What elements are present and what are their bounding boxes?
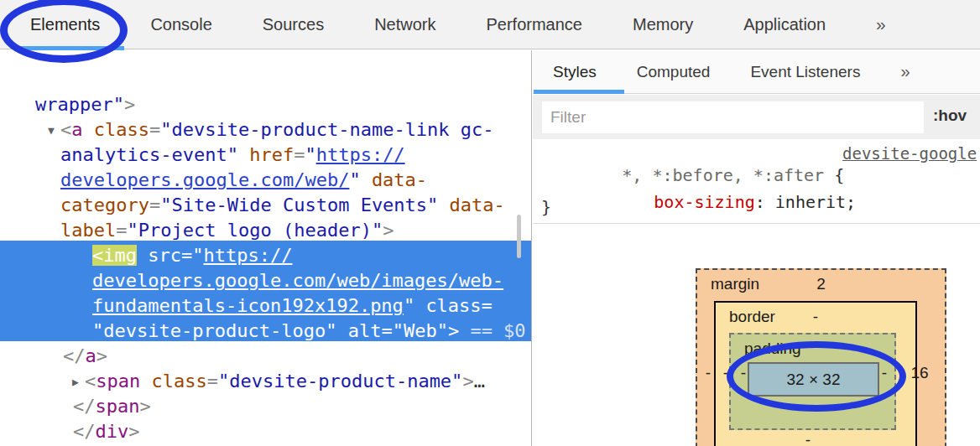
stylesheet-source-link[interactable]: devsite-google — [842, 144, 977, 163]
dom-tree-row[interactable]: </div> — [73, 419, 140, 444]
styles-tab-underline — [534, 90, 624, 94]
code-token: span — [96, 396, 140, 417]
dom-tree-row[interactable]: wrapper"> — [35, 92, 135, 117]
expand-arrow-icon[interactable]: ▼ — [48, 118, 60, 143]
code-token — [137, 245, 148, 266]
attribute-link[interactable]: https:// — [316, 144, 405, 165]
dom-tree-row[interactable]: ▼<a class="devsite-product-name-link gc- — [48, 117, 494, 143]
code-token — [336, 320, 347, 341]
code-token: > — [448, 320, 459, 341]
dom-tree-row[interactable]: "devsite-product-logo" alt="Web"> == $0 — [92, 319, 526, 344]
code-token: analytics-event" — [60, 144, 238, 165]
dom-tree-row[interactable]: <img src="https:// — [92, 243, 292, 268]
code-token: " — [192, 245, 203, 266]
code-token — [361, 169, 372, 190]
code-token: class — [94, 119, 149, 140]
tab-more[interactable]: » — [876, 14, 886, 34]
code-token — [83, 119, 94, 140]
code-token: category — [60, 194, 149, 215]
devtools-window: ElementsConsoleSourcesNetworkPerformance… — [0, 0, 980, 446]
code-token: = — [116, 220, 127, 241]
code-token: > — [383, 220, 394, 241]
attribute-link[interactable]: https:// — [203, 245, 292, 266]
margin-top-value[interactable]: 2 — [697, 275, 945, 293]
code-token: == $0 — [459, 320, 525, 341]
code-token: div — [96, 421, 129, 442]
code-token: data- — [372, 169, 427, 190]
code-token: = — [181, 245, 192, 266]
border-bottom-value[interactable]: - — [798, 431, 818, 446]
elements-panel: wrapper">▼<a class="devsite-product-name… — [0, 50, 532, 446]
code-token: </ — [73, 396, 96, 417]
code-token — [140, 371, 151, 392]
tab-console[interactable]: Console — [150, 15, 211, 34]
code-token: < — [60, 119, 71, 140]
code-token — [438, 194, 449, 215]
dom-tree-row[interactable]: label="Project logo (header)"> — [60, 218, 394, 243]
code-token: … — [474, 371, 485, 392]
code-token: " — [349, 169, 360, 190]
code-token: label — [60, 220, 116, 241]
code-token — [238, 144, 249, 165]
elements-scrollbar-thumb[interactable] — [517, 215, 521, 258]
code-token — [414, 295, 425, 316]
code-token: a — [86, 345, 96, 366]
styles-filter-row: :hov — [533, 95, 980, 139]
attribute-link[interactable]: developers.google.com/web/ — [60, 169, 349, 190]
hover-state-toggle[interactable]: :hov — [933, 106, 967, 125]
tab-application[interactable]: Application — [743, 15, 826, 34]
code-token: alt — [348, 320, 382, 341]
styles-filter-input[interactable] — [542, 101, 924, 133]
annotation-ellipse-box-model — [727, 341, 906, 412]
tab-sources[interactable]: Sources — [263, 15, 324, 34]
tab-network[interactable]: Network — [374, 15, 435, 34]
code-token: > — [139, 396, 150, 417]
tab-performance[interactable]: Performance — [487, 15, 583, 34]
margin-right-value[interactable]: 16 — [910, 364, 930, 382]
code-token: wrapper" — [35, 94, 124, 115]
code-token: data- — [450, 194, 505, 215]
code-token: = — [381, 320, 392, 341]
border-top-value[interactable]: - — [716, 308, 915, 326]
code-token: = — [149, 194, 160, 215]
dom-tree-row[interactable]: category="Site-Wide Custom Events" data- — [60, 193, 505, 218]
code-token: src — [148, 245, 181, 266]
sidebar-tab-bar: StylesComputedEvent Listeners» — [533, 50, 980, 94]
expand-arrow-icon[interactable]: ▶ — [72, 370, 85, 395]
dom-tree-row[interactable]: ▶<span class="devsite-product-name">… — [72, 369, 485, 394]
attribute-link[interactable]: developers.google.com/web/images/web- — [92, 270, 503, 291]
code-token: "Project logo (header)" — [127, 220, 383, 241]
code-token: > — [128, 421, 139, 442]
css-property-value[interactable]: : inherit; — [755, 192, 856, 212]
code-token: "devsite-product-name-link gc- — [160, 119, 493, 140]
dom-tree-row[interactable]: developers.google.com/web/images/web- — [92, 268, 503, 293]
dom-tree-row[interactable]: developers.google.com/web/" data- — [60, 168, 427, 193]
dom-tree-row[interactable]: analytics-event" href="https:// — [60, 143, 405, 168]
code-token: class — [425, 295, 481, 316]
code-token: = — [294, 144, 305, 165]
code-token: href — [249, 144, 294, 165]
css-close-brace: } — [541, 196, 551, 218]
code-token: class — [151, 371, 206, 392]
sidebar-tab-computed[interactable]: Computed — [637, 63, 711, 81]
code-token: > — [96, 345, 107, 366]
annotation-ellipse-elements-tab — [0, 0, 128, 63]
sidebar-tab-event-listeners[interactable]: Event Listeners — [750, 63, 860, 81]
sidebar-tab-more[interactable]: » — [900, 62, 910, 81]
code-token: " — [404, 295, 414, 316]
code-token: span — [96, 371, 140, 392]
dom-tree-row[interactable]: fundamentals-icon192x192.png" class= — [92, 293, 493, 319]
attribute-link[interactable]: fundamentals-icon192x192.png — [92, 295, 404, 316]
dom-tree-row[interactable]: </a> — [63, 344, 107, 369]
sidebar-tab-styles[interactable]: Styles — [553, 63, 597, 81]
css-property-name[interactable]: box-sizing — [654, 192, 754, 212]
code-token: "Site-Wide Custom Events" — [160, 194, 438, 215]
code-token: < — [85, 371, 96, 392]
code-token: </ — [63, 345, 86, 366]
tab-memory[interactable]: Memory — [633, 15, 693, 34]
dom-tree-row[interactable]: </span> — [73, 394, 151, 419]
main-tab-bar: ElementsConsoleSourcesNetworkPerformance… — [0, 0, 980, 49]
code-token: " — [305, 144, 315, 165]
code-token: a — [71, 119, 82, 140]
code-token: > — [462, 371, 473, 392]
